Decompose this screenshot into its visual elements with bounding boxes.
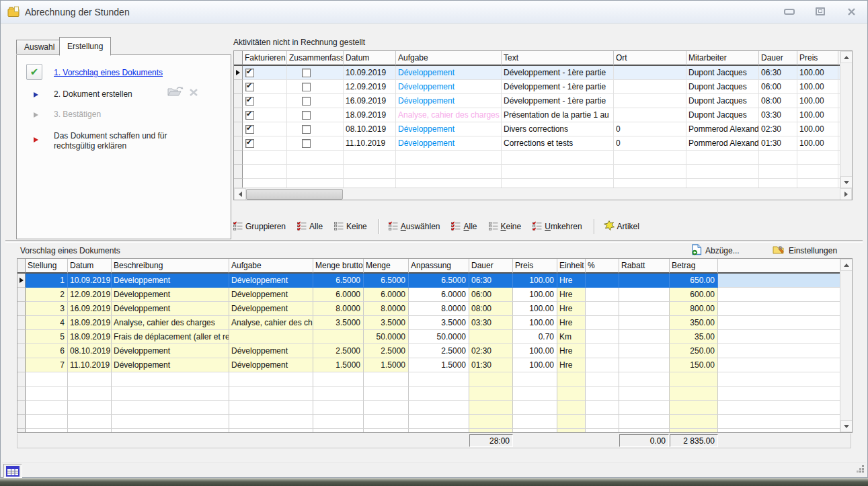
cell-anpassung[interactable]: 3.5000 (409, 316, 469, 330)
col-header-betrag[interactable]: Betrag (670, 259, 718, 274)
cell-ort[interactable]: 0 (614, 122, 686, 136)
cell-menge_brutto[interactable]: 1.5000 (313, 358, 364, 372)
cell-text[interactable]: Développement - 1ère partie (502, 80, 614, 94)
cell-dauer[interactable]: 06:00 (469, 288, 513, 302)
zusammenfassen-checkbox[interactable] (302, 139, 311, 148)
cell-preis[interactable]: 100.00 (797, 108, 838, 122)
cell-menge[interactable]: 8.0000 (364, 302, 409, 316)
grid-mode-cell[interactable] (3, 464, 22, 478)
col-header-datum[interactable]: Datum (344, 51, 396, 66)
cell-fakturieren[interactable] (243, 108, 287, 122)
cell-einheit[interactable]: Hre (557, 288, 586, 302)
row-indicator[interactable] (17, 372, 26, 387)
cell-aufgabe[interactable]: Développement (229, 274, 313, 288)
row-indicator[interactable] (234, 151, 243, 165)
col-header-datum[interactable]: Datum (68, 259, 112, 274)
cell-datum[interactable]: 11.10.2019 (68, 358, 112, 372)
cell-text[interactable]: Développement - 1ère partie (502, 94, 614, 108)
cell-mitarbeiter[interactable]: Dupont Jacques (686, 80, 759, 94)
row-indicator[interactable] (17, 302, 26, 316)
cell-dauer[interactable] (469, 330, 513, 344)
hscroll-thumb[interactable] (246, 189, 343, 200)
activities-hscrollbar[interactable] (234, 188, 852, 200)
cell-dauer[interactable]: 03:30 (469, 316, 513, 330)
cell-beschreibung[interactable]: Frais de déplacement (aller et retour) (112, 330, 229, 344)
row-indicator[interactable] (234, 179, 243, 188)
cell-stellung[interactable]: 4 (26, 316, 68, 330)
cell-aufgabe[interactable]: Développement (396, 66, 502, 80)
cell-prozent[interactable] (586, 288, 619, 302)
col-header-aufgabe[interactable]: Aufgabe (229, 259, 313, 274)
cell-preis[interactable]: 0.70 (513, 330, 557, 344)
col-header-fakturieren[interactable]: Fakturieren (243, 51, 287, 66)
row-indicator[interactable] (17, 429, 26, 432)
cell-prozent[interactable] (586, 274, 619, 288)
cell-dauer[interactable]: 06:30 (469, 274, 513, 288)
cell-anpassung[interactable]: 8.0000 (409, 302, 469, 316)
titlebar[interactable]: Abrechnung der Stunden (1, 1, 867, 24)
cell-preis[interactable]: 100.00 (513, 344, 557, 358)
cell-menge[interactable]: 1.5000 (364, 358, 409, 372)
cell-rabatt[interactable] (619, 344, 670, 358)
cell-anpassung[interactable]: 2.5000 (409, 344, 469, 358)
cell-preis[interactable]: 100.00 (797, 136, 838, 151)
fakturieren-checkbox[interactable] (245, 139, 254, 148)
cell-menge_brutto[interactable]: 3.5000 (313, 316, 364, 330)
tab-auswahl[interactable]: Auswahl (16, 40, 63, 54)
keine-links-button[interactable]: Keine (334, 221, 367, 233)
cell-preis[interactable]: 100.00 (797, 94, 838, 108)
cell-datum[interactable]: 18.09.2019 (68, 330, 112, 344)
cell-preis[interactable]: 100.00 (513, 358, 557, 372)
alle-button[interactable]: Alle (451, 221, 477, 233)
scroll-up-arrow[interactable] (840, 51, 853, 63)
cell-prozent[interactable] (586, 302, 619, 316)
abzuege-button[interactable]: Abzüge... (692, 243, 740, 258)
cell-zusammenfassen[interactable] (287, 136, 344, 151)
cell-datum[interactable]: 12.09.2019 (68, 288, 112, 302)
cell-mitarbeiter[interactable]: Pommerod Alexandre (686, 136, 759, 151)
row-indicator[interactable] (17, 316, 26, 330)
col-header-text[interactable]: Text (502, 51, 614, 66)
cell-dauer[interactable]: 01:30 (759, 136, 797, 151)
cell-menge[interactable]: 6.5000 (364, 274, 409, 288)
activities-grid[interactable]: FakturierenZusammenfassenDatumAufgabeTex… (233, 50, 853, 200)
cell-rabatt[interactable] (619, 316, 670, 330)
fakturieren-checkbox[interactable] (245, 125, 254, 134)
cell-anpassung[interactable]: 50.0000 (409, 330, 469, 344)
cell-aufgabe[interactable]: Analyse, cahier des charges (396, 108, 502, 122)
alle-links-button[interactable]: Alle (297, 221, 323, 233)
cell-datum[interactable]: 18.09.2019 (68, 316, 112, 330)
cell-aufgabe[interactable]: Développement (229, 344, 313, 358)
row-indicator[interactable] (234, 80, 243, 94)
col-header-mitarbeiter[interactable]: Mitarbeiter (686, 51, 759, 66)
cell-menge_brutto[interactable]: 2.5000 (313, 344, 364, 358)
minimize-button[interactable] (783, 7, 796, 16)
cell-ort[interactable] (614, 108, 686, 122)
einstellungen-button[interactable]: Einstellungen (773, 243, 837, 258)
cell-beschreibung[interactable]: Analyse, cahier des charges (112, 316, 229, 330)
tab-erstellung[interactable]: Erstellung (59, 37, 111, 56)
col-header-anpassung[interactable]: Anpassung (409, 259, 469, 274)
cell-prozent[interactable] (586, 344, 619, 358)
cell-aufgabe[interactable]: Analyse, cahier des charges (229, 316, 313, 330)
keine-button[interactable]: Keine (489, 221, 522, 233)
zusammenfassen-checkbox[interactable] (302, 83, 311, 91)
col-header-prozent[interactable]: % (586, 259, 619, 274)
cell-menge_brutto[interactable] (313, 330, 364, 344)
cell-dauer[interactable]: 01:30 (469, 358, 513, 372)
cell-menge_brutto[interactable]: 8.0000 (313, 302, 364, 316)
cell-zusammenfassen[interactable] (287, 66, 344, 80)
col-header-dauer[interactable]: Dauer (469, 259, 513, 274)
row-indicator[interactable] (234, 66, 243, 80)
cell-aufgabe[interactable]: Développement (396, 94, 502, 108)
cell-dauer[interactable]: 06:30 (759, 66, 797, 80)
row-indicator[interactable] (17, 387, 26, 401)
cell-preis[interactable]: 100.00 (797, 80, 838, 94)
cell-menge_brutto[interactable]: 6.0000 (313, 288, 364, 302)
cell-betrag[interactable]: 800.00 (670, 302, 718, 316)
cell-betrag[interactable]: 35.00 (670, 330, 718, 344)
cell-zusammenfassen[interactable] (287, 80, 344, 94)
scroll-down-arrow[interactable] (840, 420, 853, 432)
cell-dauer[interactable]: 02:30 (469, 344, 513, 358)
activities-vscrollbar[interactable] (840, 51, 852, 188)
